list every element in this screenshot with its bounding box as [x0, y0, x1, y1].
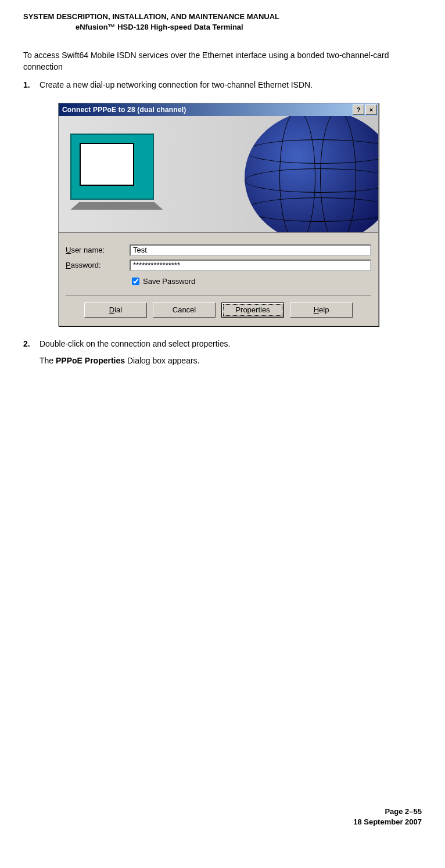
intro-paragraph: To access Swift64 Mobile ISDN services o… [23, 50, 422, 73]
doc-title-line1: SYSTEM DESCRIPTION, INSTALLATION, AND MA… [23, 12, 422, 22]
save-password-checkbox[interactable] [132, 278, 139, 285]
save-password-row: Save Password [130, 276, 371, 287]
step-1: 1. Create a new dial-up networking conne… [23, 79, 422, 91]
close-button[interactable]: × [365, 105, 377, 115]
dialog-body: User name: Password: Save Password Dial … [59, 233, 378, 326]
dialog-banner [59, 116, 378, 233]
step-list-cont: 2. Double-click on the connection and se… [23, 338, 422, 350]
dialog-title: Connect PPPoE to 28 (dual channel) [62, 106, 351, 114]
save-password-label: Save Password [143, 277, 195, 286]
step-1-text: Create a new dial-up networking connecti… [40, 79, 422, 91]
help-dialog-button[interactable]: Help [290, 302, 353, 318]
page-number: Page 2–55 [353, 806, 422, 817]
dial-button[interactable]: Dial [84, 302, 147, 318]
titlebar: Connect PPPoE to 28 (dual channel) ? × [59, 103, 378, 116]
username-row: User name: [66, 244, 371, 256]
dialog-button-row: Dial Cancel Properties Help [66, 295, 371, 318]
page-footer: Page 2–55 18 September 2007 [353, 806, 422, 827]
username-label: User name: [66, 246, 130, 254]
doc-title-line2: eNfusion™ HSD-128 High-speed Data Termin… [23, 22, 422, 33]
step-2-number: 2. [23, 338, 40, 350]
properties-button[interactable]: Properties [221, 302, 284, 318]
monitor-icon [70, 134, 157, 215]
close-icon: × [369, 106, 373, 113]
username-input[interactable] [130, 244, 371, 256]
step-2: 2. Double-click on the connection and se… [23, 338, 422, 350]
cancel-button[interactable]: Cancel [153, 302, 216, 318]
help-button[interactable]: ? [353, 105, 364, 115]
result-text: The PPPoE Properties Dialog box appears. [40, 356, 422, 365]
password-label: Password: [66, 261, 130, 269]
footer-date: 18 September 2007 [353, 817, 422, 827]
step-1-number: 1. [23, 79, 40, 91]
step-list: 1. Create a new dial-up networking conne… [23, 79, 422, 91]
doc-header: SYSTEM DESCRIPTION, INSTALLATION, AND MA… [23, 12, 422, 33]
manual-page: SYSTEM DESCRIPTION, INSTALLATION, AND MA… [0, 0, 445, 845]
globe-icon [245, 116, 378, 233]
step-2-text: Double-click on the connection and selec… [40, 338, 422, 350]
password-row: Password: [66, 260, 371, 271]
help-icon: ? [357, 106, 361, 113]
password-input[interactable] [130, 260, 371, 271]
connect-dialog: Connect PPPoE to 28 (dual channel) ? × U… [58, 103, 379, 326]
